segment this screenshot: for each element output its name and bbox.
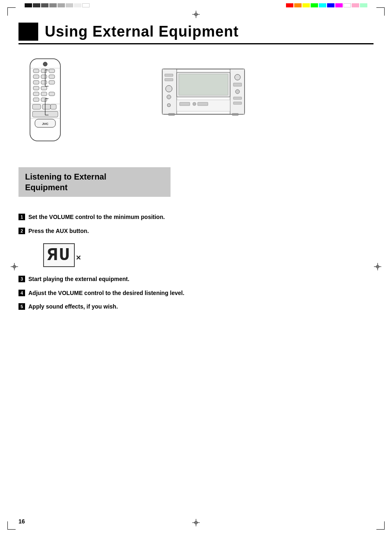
color-bars-right (286, 3, 367, 7)
step-3-text: Start playing the external equipment. (28, 275, 129, 283)
step-1: 1 Set the VOLUME control to the minimum … (18, 213, 374, 221)
title-decoration (18, 23, 38, 41)
unit-illustration (158, 65, 257, 124)
section-heading-text: Listening to External Equipment (25, 171, 164, 193)
svg-rect-14 (41, 92, 47, 96)
page-title-text: Using External Equipment (45, 23, 239, 40)
remote-svg: JVC (18, 57, 72, 151)
svg-rect-17 (41, 98, 47, 101)
svg-rect-5 (33, 75, 39, 78)
svg-rect-15 (49, 92, 55, 96)
svg-rect-11 (33, 86, 39, 90)
svg-rect-20 (51, 104, 56, 109)
step-4: 4 Adjust the VOLUME control to the desir… (18, 289, 374, 297)
svg-point-48 (235, 74, 240, 80)
page-title: Using External Equipment (18, 23, 374, 41)
svg-text:JVC: JVC (42, 122, 48, 126)
svg-rect-51 (233, 97, 242, 99)
page-number: 16 (18, 518, 25, 525)
svg-point-47 (167, 104, 171, 107)
svg-rect-52 (233, 102, 242, 104)
crop-mark-tl (7, 7, 16, 16)
step-1-number: 1 (18, 214, 25, 220)
svg-point-46 (167, 95, 171, 99)
svg-point-50 (235, 90, 240, 94)
crop-mark-tr (376, 7, 385, 16)
page-title-wrapper: Using External Equipment (18, 23, 374, 44)
remote-illustration: JVC (18, 57, 101, 153)
svg-rect-7 (49, 75, 55, 78)
svg-rect-41 (193, 102, 196, 106)
step-3-number: 3 (18, 276, 25, 282)
svg-rect-8 (33, 81, 39, 84)
section-heading: Listening to External Equipment (18, 167, 171, 197)
svg-rect-10 (49, 81, 55, 84)
crosshair-top (192, 11, 200, 18)
step-5-text: Apply sound effects, if you wish. (28, 303, 118, 311)
svg-rect-13 (33, 92, 39, 96)
svg-rect-9 (41, 81, 47, 84)
svg-rect-54 (232, 113, 238, 115)
diagrams-row: JVC (18, 57, 374, 153)
svg-rect-18 (32, 104, 41, 109)
svg-rect-53 (168, 113, 175, 115)
page-content: Using External Equipment (18, 23, 374, 519)
svg-rect-42 (198, 102, 208, 106)
step-3: 3 Start playing the external equipment. (18, 275, 374, 283)
crosshair-right (374, 263, 381, 270)
svg-rect-44 (165, 78, 173, 81)
svg-rect-19 (42, 104, 51, 109)
svg-rect-40 (180, 102, 190, 106)
step-5: 5 Apply sound effects, if you wish. (18, 303, 374, 311)
svg-point-1 (43, 62, 47, 66)
crosshair-bottom (192, 519, 200, 526)
svg-rect-4 (49, 69, 55, 73)
step-2-text: Press the AUX button. (28, 227, 89, 235)
svg-rect-16 (33, 98, 39, 101)
step-4-text: Adjust the VOLUME control to the desired… (28, 289, 184, 297)
aux-x: ✕ (76, 254, 83, 262)
step-1-text: Set the VOLUME control to the minimum po… (28, 213, 165, 221)
step-2: 2 Press the AUX button. (18, 227, 374, 235)
svg-point-45 (166, 85, 172, 92)
step-2-number: 2 (18, 228, 25, 234)
crop-mark-br (376, 521, 385, 530)
svg-rect-12 (41, 86, 47, 90)
svg-rect-6 (41, 75, 47, 78)
svg-rect-21 (32, 111, 58, 117)
aux-letters: ЯU (43, 243, 75, 267)
step-4-number: 4 (18, 290, 25, 296)
svg-rect-3 (41, 69, 47, 73)
crop-mark-bl (7, 521, 16, 530)
step-5-number: 5 (18, 303, 25, 310)
svg-rect-38 (179, 74, 228, 95)
aux-display: ЯU✕ (43, 243, 374, 267)
svg-rect-43 (165, 74, 173, 76)
crosshair-left (11, 263, 18, 270)
svg-rect-2 (33, 69, 39, 73)
svg-rect-49 (233, 83, 242, 86)
steps-container: 1 Set the VOLUME control to the minimum … (18, 213, 374, 311)
color-bars-top (25, 3, 90, 7)
unit-svg (158, 65, 249, 122)
